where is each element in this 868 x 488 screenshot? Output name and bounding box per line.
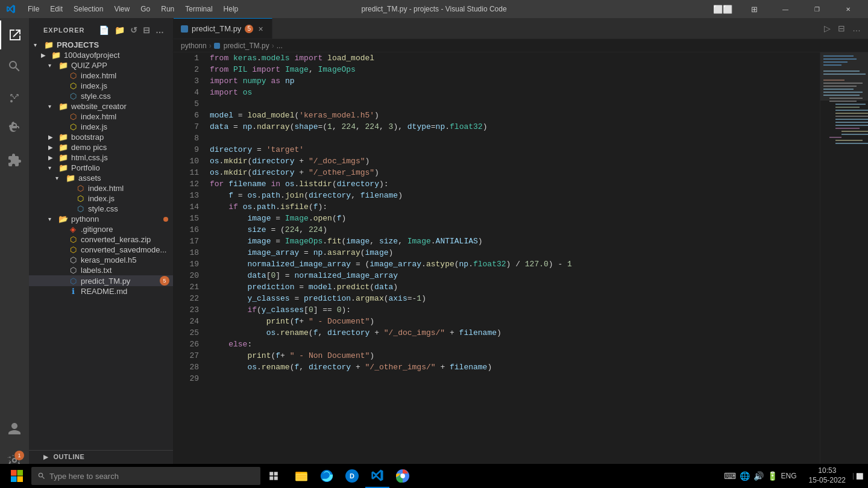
breadcrumb-pythonn[interactable]: pythonn: [181, 42, 207, 50]
minimize-button[interactable]: —: [772, 0, 799, 18]
tree-item-label: Portfolio: [71, 163, 173, 172]
tree-100dayofproject[interactable]: ▶ 📁 100dayofproject: [29, 50, 173, 60]
tree-index-js-2[interactable]: ⬡ index.js: [29, 122, 173, 132]
eng-label[interactable]: ENG: [781, 472, 797, 480]
tree-gitignore[interactable]: ◈ .gitignore: [29, 224, 173, 234]
code-line-14: if os.path.isfile(f):: [210, 201, 814, 213]
code-line-17: image = ImageOps.fit(image, size, Image.…: [210, 236, 814, 247]
taskbar-clock[interactable]: 10:53 15-05-2022: [804, 466, 851, 485]
txt-file-icon: ⬡: [68, 266, 78, 275]
svg-rect-13: [829, 101, 857, 102]
vscode-taskbar-app[interactable]: [365, 464, 389, 488]
tree-bootstrap[interactable]: ▶ 📁 bootstrap: [29, 132, 173, 142]
tree-index-html-1[interactable]: ⬡ index.html: [29, 70, 173, 81]
taskbar-apps: D: [289, 464, 415, 488]
dell-app[interactable]: D: [340, 464, 364, 488]
split-editor-icon[interactable]: ⬜⬜: [709, 0, 737, 18]
file-explorer-app[interactable]: [289, 464, 313, 488]
breadcrumb: pythonn › predict_TM.py › ...: [174, 39, 868, 52]
menu-file[interactable]: File: [23, 4, 44, 14]
close-button[interactable]: ✕: [834, 0, 862, 18]
restore-button[interactable]: ❐: [803, 0, 831, 18]
menu-terminal[interactable]: Terminal: [180, 4, 217, 14]
new-folder-icon[interactable]: 📁: [113, 24, 127, 36]
tree-index-js-3[interactable]: ⬡ index.js: [29, 193, 173, 204]
tree-demo-pics[interactable]: ▶ 📁 demo pics: [29, 142, 173, 152]
tree-portfolio[interactable]: ▾ 📁 Portfolio: [29, 163, 173, 173]
html-file-icon: ⬡: [68, 71, 78, 80]
svg-rect-34: [295, 472, 300, 474]
refresh-icon[interactable]: ↺: [129, 24, 139, 36]
folder-icon: 📁: [43, 40, 54, 49]
network-icon[interactable]: 🌐: [740, 471, 750, 481]
menu-edit[interactable]: Edit: [45, 4, 68, 14]
activity-search[interactable]: [0, 52, 29, 81]
tab-predict-tm[interactable]: predict_TM.py 5 ×: [174, 18, 272, 39]
code-line-15: image = Image.open(f): [210, 213, 814, 224]
tree-readme[interactable]: ℹ README.md: [29, 286, 173, 296]
line-num-22: 22: [174, 293, 199, 304]
taskbar-right: ⌨ 🌐 🔊 🔋 ENG 10:53 15-05-2022 ⬜: [719, 466, 863, 485]
activity-source-control[interactable]: [0, 83, 29, 112]
svg-rect-19: [835, 119, 868, 120]
line-num-10: 10: [174, 155, 199, 167]
taskbar-search-icon: [37, 472, 46, 480]
window-controls: ⬜⬜ ⊞ — ❐ ✕: [709, 0, 862, 18]
tree-item-label: index.js: [81, 122, 173, 131]
svg-rect-17: [835, 113, 868, 114]
tree-index-html-3[interactable]: ⬡ index.html: [29, 183, 173, 193]
show-desktop-button[interactable]: ⬜: [853, 473, 863, 480]
chrome-app[interactable]: [391, 464, 415, 488]
menu-go[interactable]: Go: [136, 4, 155, 14]
tree-style-css-1[interactable]: ⬡ style.css: [29, 91, 173, 101]
date-display: 15-05-2022: [809, 476, 846, 486]
tree-quiz-app[interactable]: ▾ 📁 QUIZ APP: [29, 60, 173, 70]
tree-assets[interactable]: ▾ 📁 assets: [29, 173, 173, 183]
activity-explorer[interactable]: [0, 20, 29, 49]
svg-rect-35: [297, 475, 307, 476]
keyboard-icon[interactable]: ⌨: [724, 471, 736, 481]
breadcrumb-filename[interactable]: predict_TM.py: [224, 42, 269, 50]
ellipsis-icon[interactable]: …: [154, 24, 166, 36]
task-view-button[interactable]: [263, 464, 285, 488]
tree-converted-keras[interactable]: ⬡ converted_keras.zip: [29, 234, 173, 245]
activity-extensions[interactable]: [0, 146, 29, 175]
tab-close-button[interactable]: ×: [257, 23, 264, 34]
js-file-icon: ⬡: [68, 81, 78, 90]
menu-view[interactable]: View: [109, 4, 134, 14]
code-editor[interactable]: 1 2 3 4 5 6 7 8 9 10 11 12 13 14 15 16 1…: [174, 52, 868, 475]
menu-help[interactable]: Help: [219, 4, 244, 14]
taskbar-search-box[interactable]: Type here to search: [31, 467, 260, 485]
collapse-all-icon[interactable]: ⊟: [142, 24, 152, 36]
breadcrumb-ellipsis[interactable]: ...: [277, 42, 283, 50]
tree-index-html-2[interactable]: ⬡ index.html: [29, 111, 173, 122]
tree-pythonn[interactable]: ▾ 📂 pythonn: [29, 214, 173, 224]
new-file-icon[interactable]: 📄: [98, 24, 111, 36]
line-num-24: 24: [174, 316, 199, 327]
menu-selection[interactable]: Selection: [69, 4, 108, 14]
tree-keras-model[interactable]: ⬡ keras_model.h5: [29, 255, 173, 265]
split-editor-button[interactable]: ⊟: [835, 22, 848, 34]
layout-icon[interactable]: ⊞: [740, 0, 768, 18]
activity-debug[interactable]: [0, 114, 29, 143]
code-content[interactable]: from keras.models import load_model from…: [204, 52, 820, 475]
menu-run[interactable]: Run: [156, 4, 179, 14]
volume-icon[interactable]: 🔊: [753, 471, 764, 481]
more-actions-button[interactable]: …: [850, 22, 863, 34]
tree-projects-root[interactable]: ▾ 📁 PROJECTS: [29, 40, 173, 50]
battery-icon[interactable]: 🔋: [767, 471, 778, 481]
tree-style-css-2[interactable]: ⬡ style.css: [29, 204, 173, 214]
outline-header[interactable]: ▶ OUTLINE: [29, 451, 173, 463]
tree-converted-savedmode[interactable]: ⬡ converted_savedmode...: [29, 245, 173, 255]
editor-area: predict_TM.py 5 × ▷ ⊟ … pythonn › predic…: [174, 18, 868, 475]
edge-app[interactable]: [315, 464, 339, 488]
tree-predict-tm[interactable]: ⬡ predict_TM.py 5: [29, 275, 173, 286]
windows-start-button[interactable]: [5, 464, 29, 488]
code-line-28: os.rename(f, directory + "/_other_imgs/"…: [210, 361, 814, 373]
run-code-button[interactable]: ▷: [822, 22, 833, 34]
tree-index-js-1[interactable]: ⬡ index.js: [29, 81, 173, 91]
activity-account[interactable]: [0, 414, 29, 443]
tree-labels[interactable]: ⬡ labels.txt: [29, 265, 173, 275]
tree-html-css-js[interactable]: ▶ 📁 html,css,js: [29, 152, 173, 163]
tree-website-creator[interactable]: ▾ 📁 website_creator: [29, 101, 173, 111]
